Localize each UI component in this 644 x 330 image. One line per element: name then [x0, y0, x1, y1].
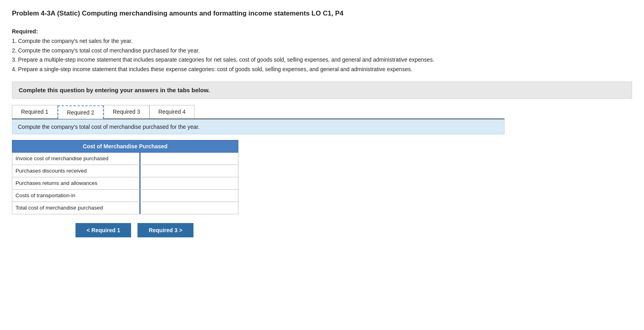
input-total-cost[interactable]: [139, 202, 238, 214]
input-purchases-discounts[interactable]: [139, 165, 238, 177]
table-header: Cost of Merchandise Purchased: [12, 140, 238, 152]
required-item-3: 3. Prepare a multiple-step income statem…: [12, 55, 632, 65]
complete-banner: Complete this question by entering your …: [12, 82, 632, 99]
row-label-2: Purchases discounts received: [12, 165, 139, 177]
row-label-4: Costs of transportation-in: [12, 189, 139, 202]
input-transportation-in[interactable]: [139, 190, 238, 202]
tab-required-3[interactable]: Required 3: [104, 105, 149, 118]
table-row: Invoice cost of merchandise purchased: [12, 152, 238, 165]
tabs-row: Required 1 Required 2 Required 3 Require…: [12, 105, 505, 119]
row-input-2[interactable]: [139, 165, 238, 177]
required-label: Required:: [12, 28, 38, 35]
required-item-2: 2. Compute the company's total cost of m…: [12, 46, 632, 56]
table-row: Purchases discounts received: [12, 165, 238, 177]
row-input-5[interactable]: [139, 202, 238, 214]
row-label-3: Purchases returns and allowances: [12, 177, 139, 189]
table-row: Total cost of merchandise purchased: [12, 202, 238, 214]
tab-content-banner: Compute the company’s total cost of merc…: [12, 119, 505, 134]
prev-button[interactable]: < Required 1: [75, 223, 131, 237]
tab-required-2[interactable]: Required 2: [58, 105, 104, 119]
next-button[interactable]: Required 3 >: [137, 223, 193, 237]
merch-table: Cost of Merchandise Purchased Invoice co…: [12, 140, 238, 214]
row-input-1[interactable]: [139, 152, 238, 165]
required-item-4: 4. Prepare a single-step income statemen…: [12, 65, 632, 74]
row-label-5: Total cost of merchandise purchased: [12, 202, 139, 214]
row-input-3[interactable]: [139, 177, 238, 189]
tab-required-1[interactable]: Required 1: [12, 105, 58, 118]
row-label-1: Invoice cost of merchandise purchased: [12, 152, 139, 165]
table-row: Purchases returns and allowances: [12, 177, 238, 189]
row-input-4[interactable]: [139, 189, 238, 202]
input-purchases-returns[interactable]: [139, 177, 238, 189]
tab-required-4[interactable]: Required 4: [149, 105, 195, 118]
nav-buttons: < Required 1 Required 3 >: [75, 223, 632, 237]
page-title: Problem 4-3A (Static) Computing merchand…: [12, 10, 632, 17]
input-invoice-cost[interactable]: [139, 153, 238, 165]
table-row: Costs of transportation-in: [12, 189, 238, 202]
required-section: Required: 1. Compute the company's net s…: [12, 27, 632, 74]
required-item-1: 1. Compute the company's net sales for t…: [12, 37, 632, 46]
